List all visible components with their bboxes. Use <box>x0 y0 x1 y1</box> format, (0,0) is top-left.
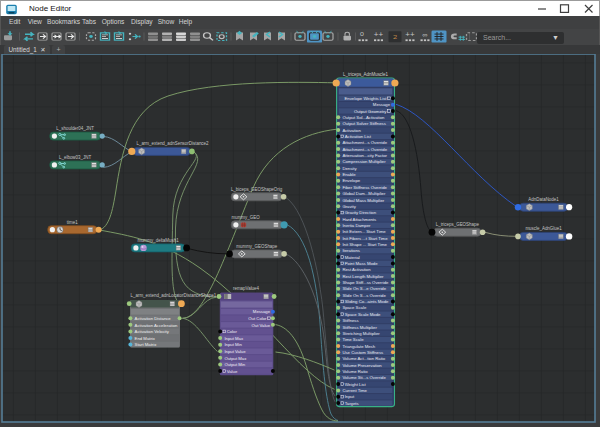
svg-text:Fiber Stiffness Override: Fiber Stiffness Override <box>342 185 387 190</box>
svg-text:0: 0 <box>360 31 364 37</box>
svg-text:L_elbow03_JNT: L_elbow03_JNT <box>59 155 91 160</box>
svg-text:Activation List: Activation List <box>345 134 372 139</box>
svg-text:Init Shape ... Start Time: Init Shape ... Start Time <box>342 242 387 247</box>
svg-text:L_biceps_GEOShapeOrig: L_biceps_GEOShapeOrig <box>231 187 283 192</box>
svg-text:Use Custom Stiffness: Use Custom Stiffness <box>342 350 383 355</box>
svg-text:∞: ∞ <box>422 32 427 38</box>
svg-text:Volume Act...tion Ratio: Volume Act...tion Ratio <box>342 356 385 361</box>
svg-text:Triangulate Mesh: Triangulate Mesh <box>342 344 375 349</box>
svg-text:Enable: Enable <box>342 172 356 177</box>
svg-text:L_arm_extend_adnLocatorDistanc: L_arm_extend_adnLocatorDistanceShape1 <box>131 293 217 298</box>
svg-text:Space Scale: Space Scale <box>342 305 366 310</box>
svg-text:++: ++ <box>405 31 414 39</box>
svg-text:Input Min: Input Min <box>224 342 242 347</box>
svg-text:Activation Acceleration: Activation Acceleration <box>135 323 178 328</box>
svg-text:Density: Density <box>342 166 357 171</box>
svg-text:Global Dam...Multiplier: Global Dam...Multiplier <box>342 191 386 196</box>
svg-text:Rest Length Multiplier: Rest Length Multiplier <box>342 274 384 279</box>
svg-text:muscle_AdnGlue1: muscle_AdnGlue1 <box>525 226 562 231</box>
svg-text:++: ++ <box>374 31 383 39</box>
svg-text:Space Scale Mode: Space Scale Mode <box>345 312 381 317</box>
svg-text:L_triceps_GEOShape: L_triceps_GEOShape <box>436 222 480 227</box>
svg-text:Stretching Multiplier: Stretching Multiplier <box>342 331 380 336</box>
svg-text:Attenuation...city Factor: Attenuation...city Factor <box>342 153 387 158</box>
svg-text:Sliding Co...aints Mode: Sliding Co...aints Mode <box>345 299 389 304</box>
svg-text:Current Time: Current Time <box>342 388 367 393</box>
svg-text:Slide On S...e Override: Slide On S...e Override <box>342 286 386 291</box>
svg-text:Output Max: Output Max <box>224 356 247 361</box>
svg-text:mummy_GEO: mummy_GEO <box>232 215 261 220</box>
svg-text:Hard Attachments: Hard Attachments <box>342 217 376 222</box>
svg-text:End Matrix: End Matrix <box>135 336 156 341</box>
svg-text:Weight List: Weight List <box>345 382 367 387</box>
svg-text:mummy_GEOShape: mummy_GEOShape <box>236 244 277 249</box>
svg-text:remapValue4: remapValue4 <box>233 286 260 291</box>
svg-text:Inertia Damper: Inertia Damper <box>342 223 371 228</box>
svg-text:Envelope: Envelope <box>342 178 360 183</box>
svg-text:Input: Input <box>345 394 355 399</box>
svg-text:Input Max: Input Max <box>224 336 244 341</box>
svg-text:Volume Sti...s Override: Volume Sti...s Override <box>342 375 386 380</box>
svg-text:Slide On S...s Override: Slide On S...s Override <box>342 293 386 298</box>
svg-text:Iterations: Iterations <box>342 248 359 253</box>
svg-text:Global Mass Multiplier: Global Mass Multiplier <box>342 198 384 203</box>
svg-text:Out Color: Out Color <box>248 316 267 321</box>
svg-text:mummy_deltaMush1: mummy_deltaMush1 <box>137 238 179 243</box>
svg-text:Rest Activation: Rest Activation <box>342 267 371 272</box>
svg-text:Targets: Targets <box>345 401 359 406</box>
svg-text:Volume Ratio: Volume Ratio <box>342 369 368 374</box>
svg-text:L_arm_extend_adnSensorDistance: L_arm_extend_adnSensorDistance2 <box>136 141 209 146</box>
svg-text:Envelope Weights List: Envelope Weights List <box>345 96 388 101</box>
svg-text:Activation Distance: Activation Distance <box>135 316 172 321</box>
svg-text:Activation: Activation <box>342 128 361 133</box>
svg-text:Activation Velocity: Activation Velocity <box>135 329 170 334</box>
svg-text:Output Solver Stiffness: Output Solver Stiffness <box>342 121 385 126</box>
svg-text:Volume Preservation: Volume Preservation <box>342 363 382 368</box>
svg-text:Gravity: Gravity <box>342 204 356 209</box>
svg-text:Value: Value <box>227 369 238 374</box>
svg-text:Output Geometry: Output Geometry <box>354 109 387 114</box>
svg-text:Start Matrix: Start Matrix <box>135 342 158 347</box>
svg-text:Message: Message <box>253 309 271 314</box>
svg-text:Out Value: Out Value <box>252 323 271 328</box>
svg-text:Material: Material <box>345 255 360 260</box>
svg-text:Output Min: Output Min <box>224 362 245 367</box>
svg-text:2: 2 <box>393 34 397 40</box>
svg-text:Stiffness: Stiffness <box>342 318 358 323</box>
svg-text:Point Mass Mode: Point Mass Mode <box>345 261 378 266</box>
svg-text:Input Value: Input Value <box>224 349 246 354</box>
svg-text:L_shoulder04_JNT: L_shoulder04_JNT <box>56 126 94 131</box>
svg-text:Gravity Direction: Gravity Direction <box>345 210 377 215</box>
svg-text:Attachment...s Override: Attachment...s Override <box>342 140 387 145</box>
svg-text:Time Scale: Time Scale <box>342 337 364 342</box>
svg-text:Stiffness Multiplier: Stiffness Multiplier <box>342 325 377 330</box>
svg-text:Compression Multiplier: Compression Multiplier <box>342 159 386 164</box>
svg-text:L_triceps_AdnMuscle1: L_triceps_AdnMuscle1 <box>343 72 388 77</box>
svg-text:Init Fibers ...t Start Time: Init Fibers ...t Start Time <box>342 236 388 241</box>
svg-text:Shape Stiff...ss Override: Shape Stiff...ss Override <box>342 280 389 285</box>
svg-text:time1: time1 <box>67 220 78 225</box>
svg-text:Output Sol...Activation: Output Sol...Activation <box>342 115 385 120</box>
svg-text:Init Extern... Start Time: Init Extern... Start Time <box>342 229 386 234</box>
svg-text:Message: Message <box>373 102 391 107</box>
svg-text:AdnDataNode1: AdnDataNode1 <box>528 197 559 202</box>
svg-text:Color: Color <box>227 329 238 334</box>
svg-text:Attachment...s Override: Attachment...s Override <box>342 147 387 152</box>
